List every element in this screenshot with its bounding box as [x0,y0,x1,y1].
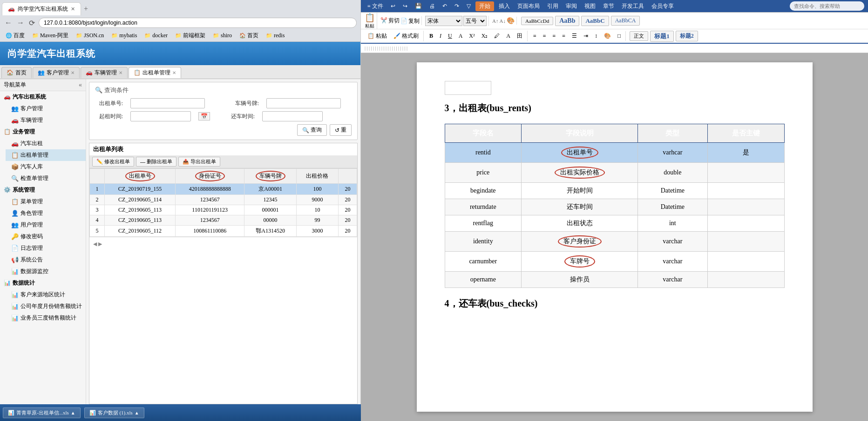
delete-rent-btn[interactable]: — 删除出租单 [136,157,176,167]
word-menu-view[interactable]: 视图 [582,1,598,11]
font-select[interactable]: 宋体 [425,16,462,26]
sidebar-item-3-2[interactable]: 📊业务员三度销售额统计 [6,312,86,324]
bookmark-shiro[interactable]: 📁shiro [211,32,234,40]
sidebar-item-2-0[interactable]: 📋菜单管理 [6,196,86,207]
style-h1-2[interactable]: 标题1 [650,31,674,42]
word-menu-save-icon[interactable]: 💾 [412,2,425,11]
font-size-select[interactable]: 五号 [463,16,487,26]
sidebar-collapse-btn[interactable]: « [79,81,82,89]
paste-btn[interactable]: 📋 粘贴 [365,13,375,29]
style-heading3[interactable]: AaBbCA [611,16,640,26]
align-left-btn[interactable]: ≡ [530,31,539,41]
align-center-btn[interactable]: ≡ [540,31,549,41]
font-dec-icon[interactable]: A↓ [499,18,505,24]
para-border-btn[interactable]: □ [615,31,624,41]
sidebar-item-1-0[interactable]: 🚗汽车出租 [6,138,86,149]
taskbar-item-1[interactable]: 📊 菁青草原-出租单信...xls ▲ [3,408,81,418]
copy-btn[interactable]: 📄 复制 [400,17,420,25]
superscript-btn[interactable]: X² [466,31,477,41]
bookmark-mybatis[interactable]: 📁mybatis [109,32,139,40]
word-doc-area[interactable]: 3，出租表(bus_rents) 字段名 字段说明 类型 是否主键 rentid [361,53,868,421]
word-menu-undo-icon[interactable]: ↩ [388,2,398,11]
nav-back-btn[interactable]: ← [4,19,13,27]
format-painter-btn[interactable]: 🖌️ 格式刷 [391,31,421,41]
style-h2-2[interactable]: 标题2 [676,31,698,41]
sidebar-item-2-2[interactable]: 👥用户管理 [6,219,86,231]
sidebar-item-1-1[interactable]: 📋出租单管理 [6,149,86,161]
style-normal[interactable]: AaBbCcDd [521,17,553,25]
app-tab-2[interactable]: 🚗车辆管理✕ [81,67,128,78]
char-bg-btn[interactable]: A [503,31,513,41]
style-heading2[interactable]: AaBbC [581,16,609,26]
word-menu-chapter[interactable]: 章节 [600,1,617,11]
nav-forward-btn[interactable]: → [16,19,25,27]
bookmark-前端框架[interactable]: 📁前端框架 [173,31,207,40]
justify-btn[interactable]: ≡ [559,31,568,41]
search-input-endtime[interactable] [262,111,323,121]
align-right-btn[interactable]: ≡ [550,31,559,41]
italic-btn[interactable]: I [437,31,444,41]
tab-new-btn[interactable]: + [84,5,88,13]
word-menu-redo-icon[interactable]: ↪ [400,2,410,11]
word-menu-dropdown[interactable]: ▽ [464,2,474,11]
bookmark-docker[interactable]: 📁docker [142,32,170,40]
word-menu-redoarrow[interactable]: ↷ [452,2,462,11]
word-menu-ref[interactable]: 引用 [544,1,561,11]
font-inc-icon[interactable]: A↑ [492,18,498,24]
sidebar-group-3[interactable]: 📊数据统计 [0,277,86,289]
export-rent-btn[interactable]: 📤 导出出租单 [178,157,220,167]
word-menu-print-icon[interactable]: 🖨 [427,2,438,11]
underline-btn[interactable]: U [445,31,455,41]
paste-btn-2[interactable]: 📋 粘贴 [365,31,390,41]
sidebar-item-2-3[interactable]: 🔑修改密码 [6,231,86,242]
sidebar-item-0-0[interactable]: 👥客户管理 [6,103,86,114]
bookmark-Maven-阿里[interactable]: 📁Maven-阿里 [30,31,70,40]
edit-rent-btn[interactable]: ✏️ 修改出租单 [92,157,134,167]
sidebar-item-2-1[interactable]: 👤角色管理 [6,207,86,219]
sidebar-group-1[interactable]: 📋业务管理 [0,126,86,138]
word-menu-start[interactable]: 开始 [475,1,494,11]
browser-tab-active[interactable]: 🚗 尚学堂汽车出租系统 ✕ [2,2,81,15]
sidebar-item-3-0[interactable]: 📊客户来源地区统计 [6,289,86,301]
spacing-btn[interactable]: ↕ [592,31,600,41]
bookmark-JSON.cn[interactable]: 📁JSON.cn [74,32,106,40]
address-input[interactable] [39,18,357,28]
sidebar-group-2[interactable]: ⚙️系统管理 [0,184,86,196]
tab-close-2[interactable]: ✕ [119,70,122,75]
app-tab-0[interactable]: 🏠首页 [1,67,32,78]
list-btn[interactable]: ☰ [569,31,580,41]
sidebar-item-2-4[interactable]: 📄日志管理 [6,242,86,254]
reset-btn[interactable]: ↺ 重 [330,124,352,136]
word-search-input[interactable] [790,1,864,11]
style-normal-2[interactable]: 正文 [630,31,648,41]
highlight-btn[interactable]: 🖊 [491,31,502,41]
search-input-carno[interactable] [266,98,341,108]
border-btn[interactable]: 田 [514,31,525,41]
tab-close-3[interactable]: ✕ [172,70,176,75]
sidebar-item-3-1[interactable]: 📊公司年度月份销售额统计 [6,301,86,312]
word-menu-vip[interactable]: 会员专享 [649,1,677,11]
bookmark-百度[interactable]: 🌐百度 [4,31,27,40]
word-menu-layout[interactable]: 页面布局 [515,1,542,11]
subscript-btn[interactable]: X₂ [479,31,491,41]
cut-btn[interactable]: ✂️ 剪切 [380,17,400,25]
search-btn[interactable]: 🔍 查询 [297,124,327,136]
word-menu-review[interactable]: 审阅 [563,1,580,11]
word-menu-undoarrow[interactable]: ↶ [440,2,450,11]
bookmark-redis[interactable]: 📁redis [264,32,286,40]
bold-btn[interactable]: B [427,31,436,41]
sidebar-item-2-6[interactable]: 📊数据源监控 [6,266,86,277]
search-input-starttime[interactable] [130,111,191,121]
sidebar-item-1-3[interactable]: 🔍检查单管理 [6,173,86,184]
word-menu-insert[interactable]: 插入 [496,1,513,11]
indent-btn[interactable]: ⇥ [581,31,591,41]
sidebar-item-2-5[interactable]: 📢系统公告 [6,254,86,266]
nav-refresh-btn[interactable]: ⟳ [28,19,36,27]
tab-close-btn[interactable]: ✕ [71,6,75,12]
search-input-rentid[interactable] [130,98,205,108]
para-bg-btn[interactable]: 🎨 [601,31,614,41]
taskbar-item-2[interactable]: 📊 客户数据 (1).xls ▲ [84,408,144,418]
sidebar-group-0[interactable]: 🚗汽车出租系统 [0,91,86,103]
calendar-btn-start[interactable]: 📅 [198,112,210,120]
app-tab-1[interactable]: 👥客户管理✕ [33,67,80,78]
